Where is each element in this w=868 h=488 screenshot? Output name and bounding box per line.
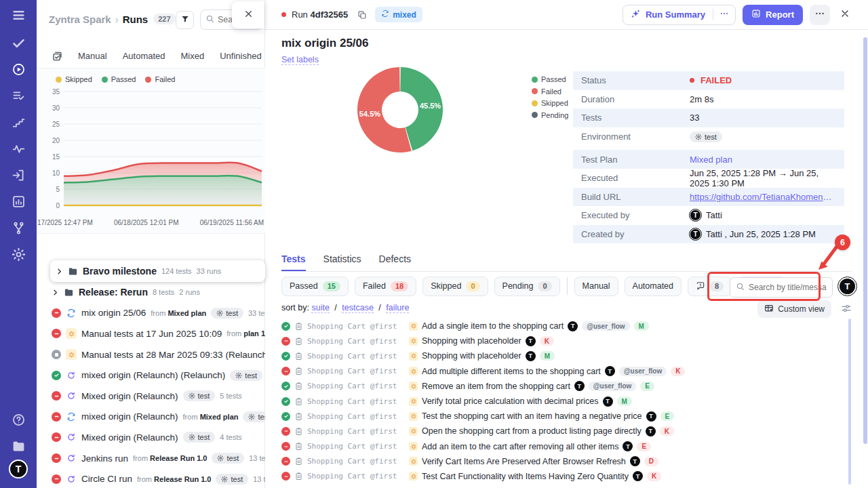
rail-list-check-icon[interactable] [0,83,37,109]
filter-chip-failed[interactable]: Failed18 [355,277,416,296]
svg-text:15: 15 [52,153,60,161]
sort-option-testcase[interactable]: testcase [342,303,374,313]
assignee-avatar[interactable]: T [568,321,578,331]
test-plan-link[interactable]: Mixed plan [690,155,732,165]
breadcrumb-page[interactable]: Runs [123,14,149,25]
chevron-right-icon[interactable] [56,268,63,275]
more-actions-button[interactable] [810,5,830,25]
build-url-link[interactable]: https://github.com/TetianaKhomenko/Load-… [690,192,836,202]
run-row[interactable]: Circle CI runfrom Release Run 1.0test13 … [37,468,265,488]
rail-folder-icon[interactable] [0,433,37,460]
tests-list: Shopping Cart @first…Add a single item t… [281,319,848,484]
tab-defects[interactable]: Defects [379,253,411,271]
close-popover[interactable] [232,1,264,28]
tests-list-scrollbar[interactable] [848,319,851,485]
tests-search[interactable] [730,277,833,298]
page-scrollbar[interactable] [863,37,867,444]
detail-label: Test Plan [581,155,690,165]
run-row[interactable]: mixed origin (Relaunch) (Relaunch)test [37,365,265,386]
runs-tab-mixed[interactable]: Mixed [181,51,205,61]
run-row[interactable]: Manual tests at 17 Jun 2025 10:09from pl… [37,323,265,344]
rail-login-icon[interactable] [0,162,37,188]
runs-tab-manual[interactable]: Manual [78,51,107,61]
assignee-avatar[interactable]: T [838,277,856,296]
detail-value: FAILED [690,75,732,85]
run-row[interactable]: mix origin 25/06from Mixed plantest33 te… [37,303,265,324]
run-row[interactable]: Mixed origin (Relaunch)test4 tests [37,427,265,448]
assignee-avatar[interactable]: T [605,366,615,376]
run-row[interactable]: Mixed origin (Relaunch)test5 tests [37,386,265,407]
test-row[interactable]: Shopping Cart @first…Open the shopping c… [281,424,848,439]
report-button[interactable]: Report [743,5,803,25]
run-row[interactable]: Manual tests at 28 Mar 2025 09:33 (Relau… [37,344,265,365]
run-name: Circle CI run [81,474,132,484]
filter-chip-comment-alert[interactable]: 8 [688,277,732,296]
assignee-avatar[interactable]: T [646,426,656,436]
test-row[interactable]: Shopping Cart @first…Test Cart Functiona… [281,469,848,484]
sort-option-failure[interactable]: failure [386,303,409,313]
run-type-badge[interactable]: mixed [375,7,422,22]
sync-icon [381,9,389,20]
test-row[interactable]: Shopping Cart @first…Verify Cart Items A… [281,454,848,469]
assignee-avatar[interactable]: T [574,381,585,391]
user-avatar[interactable]: T [9,460,28,479]
sort-option-suite[interactable]: suite [311,303,329,313]
run-summary-button[interactable]: Run Summary [623,5,736,25]
custom-view-button[interactable]: Custom view [757,300,831,318]
test-row[interactable]: Shopping Cart @first…Test the shopping c… [281,409,848,424]
rail-bar-chart-icon[interactable] [0,188,37,215]
filter-chip-skipped[interactable]: Skipped0 [422,277,488,296]
view-settings-button[interactable] [841,303,852,316]
rail-branch-icon[interactable] [0,215,37,241]
close-run-button[interactable] [840,8,850,22]
assignee-avatar[interactable]: T [646,411,656,422]
tab-tests[interactable]: Tests [281,253,306,271]
copy-icon[interactable] [357,10,367,20]
close-icon [243,9,254,22]
legend-item: Passed [102,75,136,83]
test-row[interactable]: Shopping Cart @first…Add a single item t… [281,319,848,333]
test-status-passed-icon [281,322,290,331]
run-row[interactable]: mixed origin (Relaunch)from Mixed plante… [37,407,265,428]
breadcrumb-workspace[interactable]: Zyntra Spark [49,14,111,25]
filter-button[interactable] [176,11,194,29]
assignee-avatar[interactable]: T [630,456,640,466]
test-row[interactable]: Shopping Cart @first…Shopping with place… [281,333,848,348]
runs-tab-unfinished[interactable]: Unfinished [220,51,261,61]
filter-chip-manual[interactable]: Manual [574,277,618,296]
filter-chip-passed[interactable]: Passed15 [281,277,349,296]
tests-search-input[interactable] [749,283,827,292]
test-row[interactable]: Shopping Cart @first…Add an item to the … [281,439,848,454]
run-folder-row[interactable]: Bravo milestone124 tests33 runs [50,260,265,282]
assignee-avatar[interactable]: T [603,396,613,407]
assignee-avatar[interactable]: T [623,441,633,451]
assignee-avatar[interactable]: T [633,471,643,481]
tab-statistics[interactable]: Statistics [323,253,361,271]
runs-tab-automated[interactable]: Automated [123,51,165,61]
rail-help-icon[interactable] [0,407,37,433]
run-row[interactable]: Jenkins runfrom Release Run 1.0test13 te… [37,448,265,469]
rail-gear-icon[interactable] [0,241,37,268]
filter-chip-pending[interactable]: Pending0 [494,277,560,296]
chevron-right-icon[interactable] [52,289,59,296]
rail-play-circle-icon[interactable] [0,56,37,83]
legend-label: Skipped [541,99,568,107]
run-folder-row[interactable]: Release: Rerun8 tests2 runs [37,282,265,303]
run-summary-more-button[interactable] [713,9,735,20]
rail-menu-icon[interactable] [0,0,37,30]
test-row[interactable]: Shopping Cart @first…Shopping with place… [281,348,848,363]
test-row[interactable]: Shopping Cart @first…Remove an item from… [281,379,848,394]
svg-text:35: 35 [52,88,60,96]
set-labels-link[interactable]: Set labels [281,55,319,65]
assignee-avatar[interactable]: T [526,336,536,346]
status-aborted-icon [52,350,61,359]
rail-steps-icon[interactable] [0,109,37,136]
assignee-avatar[interactable]: T [526,351,536,361]
rail-pulse-icon[interactable] [0,136,37,162]
test-row[interactable]: Shopping Cart @first…Verify total price … [281,394,848,409]
rail-check-icon[interactable] [0,30,37,56]
test-title: Test Cart Functionality with Items Havin… [422,472,629,481]
select-runs-icon[interactable] [52,51,62,62]
test-row[interactable]: Shopping Cart @first…Add multiple differ… [281,364,848,379]
filter-chip-automated[interactable]: Automated [625,277,682,296]
